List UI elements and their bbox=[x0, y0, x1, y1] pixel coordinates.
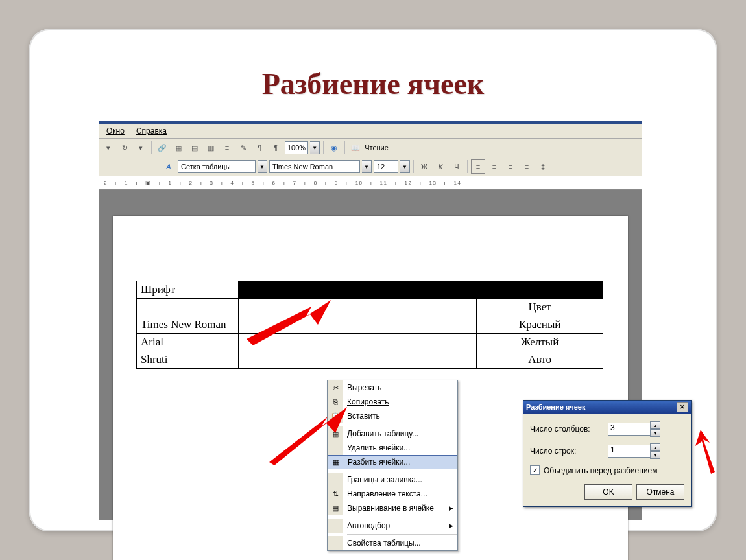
separator bbox=[413, 160, 414, 173]
ctx-borders[interactable]: Границы и заливка... bbox=[328, 472, 457, 487]
reading-mode-icon[interactable]: 📖 bbox=[348, 141, 363, 155]
scissors-icon: ✂ bbox=[328, 380, 343, 395]
document-page: Шрифт Цвет Times New Roman Красный Arial bbox=[113, 216, 628, 560]
merge-checkbox[interactable]: ✓ bbox=[530, 465, 540, 475]
rows-spinner[interactable]: ▲▼ bbox=[650, 443, 660, 459]
font-name-select[interactable]: Times New Roman bbox=[269, 160, 360, 173]
align-right-icon[interactable]: ≡ bbox=[503, 159, 518, 174]
cell-r4c1[interactable] bbox=[238, 351, 477, 369]
submenu-arrow-icon: ▶ bbox=[449, 522, 453, 529]
toolbar-standard: ▾ ↻ ▾ 🔗 ▦ ▤ ▥ ≡ ✎ ¶ ¶ 100% ▼ ◉ 📖 Чтение bbox=[99, 139, 642, 158]
context-menu: ✂ Вырезать ⎘ Копировать 📋 Вставить ▦ Доб… bbox=[327, 380, 458, 551]
submenu-arrow-icon: ▶ bbox=[449, 505, 453, 511]
blank-icon bbox=[328, 519, 343, 533]
align-justify-icon[interactable]: ≡ bbox=[520, 159, 534, 174]
dialog-title-text: Разбиение ячеек bbox=[526, 403, 585, 411]
font-format-icon[interactable]: A bbox=[162, 159, 176, 174]
style-select[interactable]: Сетка таблицы bbox=[178, 160, 256, 173]
arrow-annotation-1 bbox=[247, 300, 331, 345]
cell-r1c2[interactable]: Цвет bbox=[477, 299, 603, 316]
redo-icon[interactable]: ↻ bbox=[117, 141, 132, 155]
rows-input[interactable]: 1 bbox=[608, 445, 651, 458]
align-center-icon[interactable]: ≡ bbox=[487, 159, 501, 174]
menu-bar: Окно Справка bbox=[99, 124, 642, 139]
ctx-direction[interactable]: ⇅ Направление текста... bbox=[328, 487, 457, 501]
separator bbox=[347, 517, 457, 517]
separator bbox=[347, 471, 457, 471]
ctx-autofit[interactable]: Автоподбор ▶ bbox=[328, 519, 457, 533]
undo-dropdown-icon[interactable]: ▾ bbox=[101, 141, 115, 155]
dialog-titlebar: Разбиение ячеек ✕ bbox=[523, 401, 691, 414]
help-icon[interactable]: ◉ bbox=[327, 141, 341, 155]
columns-spinner[interactable]: ▲▼ bbox=[650, 421, 660, 437]
cell-r2c2[interactable]: Красный bbox=[477, 316, 603, 334]
text-direction-icon: ⇅ bbox=[328, 487, 343, 501]
redo-dropdown-icon[interactable]: ▾ bbox=[134, 141, 148, 155]
font-size-select[interactable]: 12 bbox=[374, 160, 398, 173]
drawing-icon[interactable]: ✎ bbox=[236, 141, 250, 155]
cell-r4c2[interactable]: Авто bbox=[477, 351, 603, 369]
rows-label: Число строк: bbox=[530, 447, 608, 456]
ctx-add-table[interactable]: ▦ Добавить таблицу... bbox=[328, 426, 457, 441]
separator bbox=[344, 141, 345, 154]
style-dropdown-icon[interactable]: ▼ bbox=[258, 160, 267, 173]
zoom-dropdown-icon[interactable]: ▼ bbox=[310, 141, 320, 154]
ctx-align[interactable]: ▤ Выравнивание в ячейке ▶ bbox=[328, 501, 457, 515]
columns-label: Число столбцов: bbox=[530, 425, 608, 434]
underline-button[interactable]: Ч bbox=[450, 159, 464, 174]
split-cells-dialog: Разбиение ячеек ✕ Число столбцов: 3 ▲▼ Ч… bbox=[523, 400, 692, 507]
align-left-icon[interactable]: ≡ bbox=[471, 159, 485, 174]
size-dropdown-icon[interactable]: ▼ bbox=[400, 160, 410, 173]
font-dropdown-icon[interactable]: ▼ bbox=[362, 160, 372, 173]
separator bbox=[151, 141, 152, 154]
cell-r1c0[interactable] bbox=[137, 299, 239, 316]
ruler[interactable]: 2 · ı · 1 · ı · ▣ · ı · 1 · ı · 2 · ı · … bbox=[99, 176, 642, 190]
separator bbox=[347, 425, 457, 425]
svg-marker-1 bbox=[269, 407, 347, 465]
cell-r2c0[interactable]: Times New Roman bbox=[137, 316, 239, 334]
dialog-body: Число столбцов: 3 ▲▼ Число строк: 1 ▲▼ ✓… bbox=[523, 414, 691, 506]
bold-button[interactable]: Ж bbox=[417, 159, 431, 174]
menu-window[interactable]: Окно bbox=[106, 126, 125, 135]
zoom-input[interactable]: 100% bbox=[285, 141, 308, 154]
ctx-paste[interactable]: 📋 Вставить bbox=[328, 409, 457, 423]
cell-r3c0[interactable]: Arial bbox=[137, 334, 239, 351]
link-icon[interactable]: 🔗 bbox=[155, 141, 169, 155]
cell-font-header[interactable]: Шрифт bbox=[137, 281, 239, 299]
slide-title: Разбиение ячеек bbox=[29, 67, 717, 101]
ctx-cut[interactable]: ✂ Вырезать bbox=[328, 380, 457, 395]
arrow-annotation-2 bbox=[269, 407, 347, 465]
close-button[interactable]: ✕ bbox=[677, 402, 688, 412]
ctx-copy[interactable]: ⎘ Копировать bbox=[328, 395, 457, 409]
columns-icon[interactable]: ≡ bbox=[220, 141, 234, 155]
ok-button[interactable]: OK bbox=[584, 484, 632, 500]
columns-input[interactable]: 3 bbox=[608, 423, 651, 436]
insert-table-icon[interactable]: ▤ bbox=[187, 141, 202, 155]
show-marks-icon[interactable]: ¶ bbox=[269, 141, 283, 155]
ctx-delete-cells[interactable]: Удалить ячейки... bbox=[328, 441, 457, 455]
cell-r4c0[interactable]: Shruti bbox=[137, 351, 239, 369]
line-spacing-icon[interactable]: ‡ bbox=[536, 159, 550, 174]
cell-r3c2[interactable]: Желтый bbox=[477, 334, 603, 351]
excel-icon[interactable]: ▥ bbox=[204, 141, 218, 155]
blank-icon bbox=[328, 536, 343, 550]
doc-map-icon[interactable]: ¶ bbox=[252, 141, 267, 155]
separator bbox=[323, 141, 324, 154]
separator bbox=[347, 534, 457, 535]
reading-label[interactable]: Чтение bbox=[365, 144, 389, 152]
svg-marker-2 bbox=[695, 430, 715, 474]
arrow-annotation-3 bbox=[695, 430, 717, 475]
merge-label: Объединить перед разбиением bbox=[544, 466, 658, 475]
align-icon: ▤ bbox=[328, 501, 343, 515]
italic-button[interactable]: К bbox=[433, 159, 448, 174]
cancel-button[interactable]: Отмена bbox=[636, 484, 684, 500]
slide-frame: Разбиение ячеек Окно Справка ▾ ↻ ▾ 🔗 ▦ ▤… bbox=[29, 29, 717, 531]
svg-marker-0 bbox=[247, 300, 331, 345]
cell-selected[interactable] bbox=[238, 281, 603, 299]
menu-help[interactable]: Справка bbox=[136, 126, 167, 135]
toolbar-formatting: A Сетка таблицы ▼ Times New Roman ▼ 12 ▼… bbox=[99, 158, 642, 176]
document-table[interactable]: Шрифт Цвет Times New Roman Красный Arial bbox=[136, 281, 603, 369]
ctx-props[interactable]: Свойства таблицы... bbox=[328, 536, 457, 550]
ctx-split-cells[interactable]: ▦ Разбить ячейки... bbox=[328, 455, 457, 469]
tables-borders-icon[interactable]: ▦ bbox=[171, 141, 186, 155]
